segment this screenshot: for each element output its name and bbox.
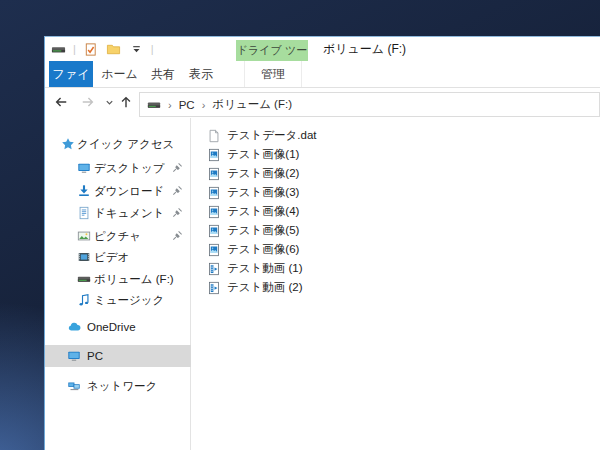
- file-item[interactable]: テスト画像(5): [191, 221, 600, 240]
- sidebar-item-pictures[interactable]: ピクチャ: [45, 225, 191, 247]
- sidebar-item-network[interactable]: ネットワーク: [45, 375, 191, 397]
- sidebar-item-volume-f[interactable]: ボリューム (F:): [45, 268, 191, 290]
- breadcrumb-pc[interactable]: PC: [179, 99, 195, 111]
- properties-check-icon[interactable]: [82, 39, 99, 59]
- monitor-icon: [76, 161, 91, 176]
- sidebar-item-quick-access[interactable]: クイック アクセス: [45, 133, 191, 155]
- sidebar-item-label: ビデオ: [94, 250, 129, 265]
- quick-access-toolbar: ||: [50, 37, 154, 61]
- picture-icon: [76, 229, 91, 244]
- sidebar-item-pc[interactable]: PC: [45, 345, 191, 367]
- ribbon-tab-row: ファイルホーム共有表示管理: [45, 61, 600, 88]
- file-list: テストデータ.datテスト画像(1)テスト画像(2)テスト画像(3)テスト画像(…: [191, 118, 600, 450]
- sidebar-item-label: クイック アクセス: [77, 137, 174, 152]
- file-image-icon: [207, 224, 221, 238]
- file-video-icon: [207, 262, 221, 276]
- file-name: テスト画像(2): [227, 166, 299, 181]
- tab-home[interactable]: ホーム: [97, 61, 142, 87]
- new-folder-icon[interactable]: [105, 39, 122, 59]
- toolbar-separator: |: [151, 37, 154, 61]
- toolbar-separator: |: [73, 37, 76, 61]
- video-icon: [76, 250, 91, 265]
- breadcrumb-separator: ›: [168, 99, 172, 111]
- forward-icon[interactable]: [78, 91, 98, 113]
- file-name: テスト画像(4): [227, 204, 299, 219]
- document-icon: [76, 206, 91, 221]
- pin-icon: [172, 230, 183, 241]
- window-drive-icon[interactable]: [50, 39, 67, 59]
- file-name: テストデータ.dat: [227, 128, 317, 143]
- file-name: テスト動画 (2): [227, 280, 303, 295]
- file-name: テスト画像(6): [227, 242, 299, 257]
- sidebar-item-label: デスクトップ: [94, 161, 165, 176]
- sidebar-item-desktop[interactable]: デスクトップ: [45, 157, 191, 179]
- star-icon: [60, 137, 75, 152]
- file-item[interactable]: テスト画像(6): [191, 240, 600, 259]
- breadcrumb-volume[interactable]: ボリューム (F:): [212, 97, 292, 112]
- cloud-icon: [66, 320, 81, 335]
- sidebar-item-label: ミュージック: [94, 293, 164, 308]
- desktop-background: || ドライブ ツール ボリューム (F:) ファイルホーム共有表示管理: [0, 0, 600, 450]
- navigation-pane: クイック アクセスデスクトップダウンロードドキュメントピクチャビデオボリューム …: [45, 118, 191, 450]
- tab-manage[interactable]: 管理: [244, 61, 302, 87]
- download-icon: [76, 184, 91, 199]
- customize-toolbar-dropdown-icon[interactable]: [128, 39, 145, 59]
- sidebar-item-music[interactable]: ミュージック: [45, 289, 191, 311]
- pin-icon: [172, 207, 183, 218]
- sidebar-item-label: ボリューム (F:): [94, 272, 174, 287]
- file-dat-icon: [207, 129, 221, 143]
- contextual-tab-header: ドライブ ツール: [236, 40, 308, 61]
- sidebar-item-downloads[interactable]: ダウンロード: [45, 180, 191, 202]
- file-image-icon: [207, 186, 221, 200]
- content-area: クイック アクセスデスクトップダウンロードドキュメントピクチャビデオボリューム …: [45, 118, 600, 450]
- pin-icon: [172, 162, 183, 173]
- title-bar: || ドライブ ツール ボリューム (F:): [45, 37, 600, 61]
- file-video-icon: [207, 281, 221, 295]
- file-item[interactable]: テスト画像(2): [191, 164, 600, 183]
- back-icon[interactable]: [51, 91, 71, 113]
- sidebar-item-label: ドキュメント: [94, 206, 165, 221]
- file-image-icon: [207, 167, 221, 181]
- sidebar-item-label: ダウンロード: [94, 184, 164, 199]
- window-title: ボリューム (F:): [323, 37, 406, 61]
- drive-icon: [76, 272, 91, 287]
- monitor-icon: [66, 349, 81, 364]
- sidebar-item-label: PC: [87, 350, 103, 362]
- up-icon[interactable]: [116, 91, 136, 113]
- network-icon: [66, 379, 81, 394]
- sidebar-item-label: ピクチャ: [94, 229, 141, 244]
- explorer-window: || ドライブ ツール ボリューム (F:) ファイルホーム共有表示管理: [44, 36, 600, 450]
- sidebar-item-onedrive[interactable]: OneDrive: [45, 316, 191, 338]
- file-image-icon: [207, 205, 221, 219]
- sidebar-item-label: OneDrive: [87, 321, 136, 333]
- music-icon: [76, 293, 91, 308]
- sidebar-item-documents[interactable]: ドキュメント: [45, 202, 191, 224]
- tab-share[interactable]: 共有: [143, 61, 183, 87]
- file-name: テスト動画 (1): [227, 261, 303, 276]
- sidebar-item-label: ネットワーク: [87, 379, 157, 394]
- file-item[interactable]: テストデータ.dat: [191, 126, 600, 145]
- file-image-icon: [207, 243, 221, 257]
- file-item[interactable]: テスト画像(4): [191, 202, 600, 221]
- address-bar-row: › PC › ボリューム (F:): [45, 88, 600, 118]
- file-name: テスト画像(3): [227, 185, 299, 200]
- tab-file[interactable]: ファイル: [49, 61, 93, 87]
- sidebar-item-videos[interactable]: ビデオ: [45, 246, 191, 268]
- pin-icon: [172, 185, 183, 196]
- file-item[interactable]: テスト動画 (2): [191, 278, 600, 297]
- file-item[interactable]: テスト画像(3): [191, 183, 600, 202]
- file-name: テスト画像(1): [227, 147, 299, 162]
- file-item[interactable]: テスト画像(1): [191, 145, 600, 164]
- address-bar[interactable]: › PC › ボリューム (F:): [139, 92, 600, 117]
- file-image-icon: [207, 148, 221, 162]
- breadcrumb-separator: ›: [202, 99, 206, 111]
- location-drive-icon: [147, 99, 161, 111]
- file-item[interactable]: テスト動画 (1): [191, 259, 600, 278]
- file-name: テスト画像(5): [227, 223, 299, 238]
- tab-view[interactable]: 表示: [181, 61, 221, 87]
